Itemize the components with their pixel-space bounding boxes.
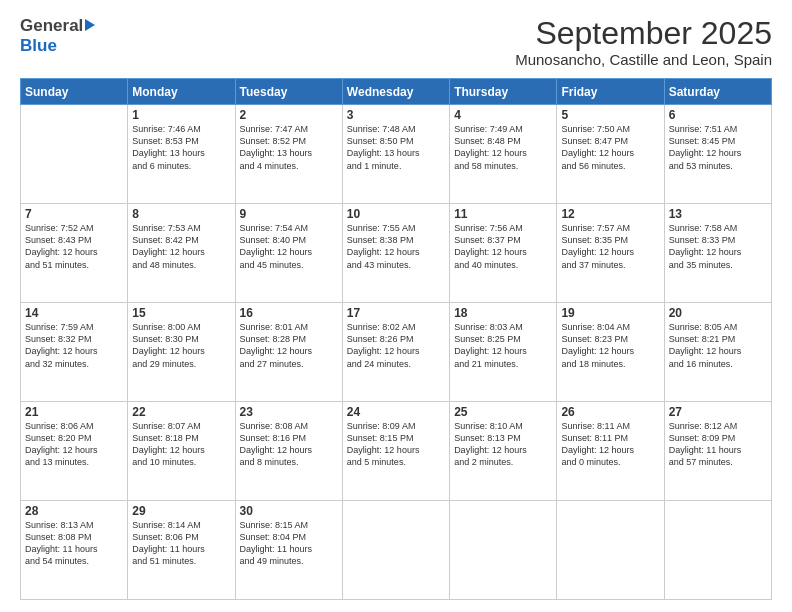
calendar-cell: 3Sunrise: 7:48 AM Sunset: 8:50 PM Daylig… bbox=[342, 105, 449, 204]
day-info: Sunrise: 7:54 AM Sunset: 8:40 PM Dayligh… bbox=[240, 222, 338, 271]
calendar-cell: 17Sunrise: 8:02 AM Sunset: 8:26 PM Dayli… bbox=[342, 303, 449, 402]
calendar-cell: 30Sunrise: 8:15 AM Sunset: 8:04 PM Dayli… bbox=[235, 501, 342, 600]
day-of-week-header: Tuesday bbox=[235, 79, 342, 105]
day-number: 28 bbox=[25, 504, 123, 518]
calendar-cell: 22Sunrise: 8:07 AM Sunset: 8:18 PM Dayli… bbox=[128, 402, 235, 501]
day-info: Sunrise: 8:01 AM Sunset: 8:28 PM Dayligh… bbox=[240, 321, 338, 370]
calendar-cell: 24Sunrise: 8:09 AM Sunset: 8:15 PM Dayli… bbox=[342, 402, 449, 501]
day-info: Sunrise: 8:04 AM Sunset: 8:23 PM Dayligh… bbox=[561, 321, 659, 370]
day-info: Sunrise: 7:50 AM Sunset: 8:47 PM Dayligh… bbox=[561, 123, 659, 172]
calendar-cell: 7Sunrise: 7:52 AM Sunset: 8:43 PM Daylig… bbox=[21, 204, 128, 303]
day-info: Sunrise: 8:14 AM Sunset: 8:06 PM Dayligh… bbox=[132, 519, 230, 568]
day-info: Sunrise: 7:51 AM Sunset: 8:45 PM Dayligh… bbox=[669, 123, 767, 172]
calendar-cell: 27Sunrise: 8:12 AM Sunset: 8:09 PM Dayli… bbox=[664, 402, 771, 501]
day-info: Sunrise: 7:48 AM Sunset: 8:50 PM Dayligh… bbox=[347, 123, 445, 172]
calendar-table: SundayMondayTuesdayWednesdayThursdayFrid… bbox=[20, 78, 772, 600]
calendar-cell: 4Sunrise: 7:49 AM Sunset: 8:48 PM Daylig… bbox=[450, 105, 557, 204]
calendar-cell: 28Sunrise: 8:13 AM Sunset: 8:08 PM Dayli… bbox=[21, 501, 128, 600]
calendar-week-row: 14Sunrise: 7:59 AM Sunset: 8:32 PM Dayli… bbox=[21, 303, 772, 402]
calendar-title: September 2025 bbox=[515, 16, 772, 51]
calendar-cell: 1Sunrise: 7:46 AM Sunset: 8:53 PM Daylig… bbox=[128, 105, 235, 204]
title-block: September 2025 Munosancho, Castille and … bbox=[515, 16, 772, 68]
day-info: Sunrise: 8:10 AM Sunset: 8:13 PM Dayligh… bbox=[454, 420, 552, 469]
calendar-cell: 12Sunrise: 7:57 AM Sunset: 8:35 PM Dayli… bbox=[557, 204, 664, 303]
day-of-week-header: Sunday bbox=[21, 79, 128, 105]
day-number: 1 bbox=[132, 108, 230, 122]
day-number: 18 bbox=[454, 306, 552, 320]
calendar-cell: 2Sunrise: 7:47 AM Sunset: 8:52 PM Daylig… bbox=[235, 105, 342, 204]
calendar-cell: 8Sunrise: 7:53 AM Sunset: 8:42 PM Daylig… bbox=[128, 204, 235, 303]
calendar-week-row: 7Sunrise: 7:52 AM Sunset: 8:43 PM Daylig… bbox=[21, 204, 772, 303]
day-number: 2 bbox=[240, 108, 338, 122]
day-number: 3 bbox=[347, 108, 445, 122]
calendar-cell bbox=[342, 501, 449, 600]
day-number: 8 bbox=[132, 207, 230, 221]
day-info: Sunrise: 8:12 AM Sunset: 8:09 PM Dayligh… bbox=[669, 420, 767, 469]
day-number: 23 bbox=[240, 405, 338, 419]
calendar-header-row: SundayMondayTuesdayWednesdayThursdayFrid… bbox=[21, 79, 772, 105]
calendar-location: Munosancho, Castille and Leon, Spain bbox=[515, 51, 772, 68]
day-of-week-header: Saturday bbox=[664, 79, 771, 105]
day-number: 17 bbox=[347, 306, 445, 320]
calendar-cell bbox=[664, 501, 771, 600]
calendar-cell: 10Sunrise: 7:55 AM Sunset: 8:38 PM Dayli… bbox=[342, 204, 449, 303]
calendar-cell: 25Sunrise: 8:10 AM Sunset: 8:13 PM Dayli… bbox=[450, 402, 557, 501]
day-info: Sunrise: 7:55 AM Sunset: 8:38 PM Dayligh… bbox=[347, 222, 445, 271]
day-info: Sunrise: 8:07 AM Sunset: 8:18 PM Dayligh… bbox=[132, 420, 230, 469]
day-number: 24 bbox=[347, 405, 445, 419]
day-of-week-header: Monday bbox=[128, 79, 235, 105]
day-number: 29 bbox=[132, 504, 230, 518]
logo-blue: Blue bbox=[20, 36, 57, 55]
calendar-cell: 18Sunrise: 8:03 AM Sunset: 8:25 PM Dayli… bbox=[450, 303, 557, 402]
day-info: Sunrise: 7:53 AM Sunset: 8:42 PM Dayligh… bbox=[132, 222, 230, 271]
calendar-cell: 15Sunrise: 8:00 AM Sunset: 8:30 PM Dayli… bbox=[128, 303, 235, 402]
calendar-cell: 16Sunrise: 8:01 AM Sunset: 8:28 PM Dayli… bbox=[235, 303, 342, 402]
day-info: Sunrise: 8:13 AM Sunset: 8:08 PM Dayligh… bbox=[25, 519, 123, 568]
day-info: Sunrise: 8:05 AM Sunset: 8:21 PM Dayligh… bbox=[669, 321, 767, 370]
day-info: Sunrise: 8:11 AM Sunset: 8:11 PM Dayligh… bbox=[561, 420, 659, 469]
day-number: 13 bbox=[669, 207, 767, 221]
day-info: Sunrise: 7:47 AM Sunset: 8:52 PM Dayligh… bbox=[240, 123, 338, 172]
day-info: Sunrise: 7:56 AM Sunset: 8:37 PM Dayligh… bbox=[454, 222, 552, 271]
day-number: 20 bbox=[669, 306, 767, 320]
calendar-cell: 19Sunrise: 8:04 AM Sunset: 8:23 PM Dayli… bbox=[557, 303, 664, 402]
day-number: 11 bbox=[454, 207, 552, 221]
day-number: 22 bbox=[132, 405, 230, 419]
calendar-cell: 13Sunrise: 7:58 AM Sunset: 8:33 PM Dayli… bbox=[664, 204, 771, 303]
day-number: 9 bbox=[240, 207, 338, 221]
day-of-week-header: Friday bbox=[557, 79, 664, 105]
calendar-cell bbox=[557, 501, 664, 600]
day-number: 14 bbox=[25, 306, 123, 320]
calendar-cell: 23Sunrise: 8:08 AM Sunset: 8:16 PM Dayli… bbox=[235, 402, 342, 501]
calendar-cell: 29Sunrise: 8:14 AM Sunset: 8:06 PM Dayli… bbox=[128, 501, 235, 600]
day-info: Sunrise: 7:59 AM Sunset: 8:32 PM Dayligh… bbox=[25, 321, 123, 370]
day-info: Sunrise: 7:57 AM Sunset: 8:35 PM Dayligh… bbox=[561, 222, 659, 271]
day-number: 21 bbox=[25, 405, 123, 419]
day-of-week-header: Wednesday bbox=[342, 79, 449, 105]
calendar-cell: 26Sunrise: 8:11 AM Sunset: 8:11 PM Dayli… bbox=[557, 402, 664, 501]
calendar-cell: 14Sunrise: 7:59 AM Sunset: 8:32 PM Dayli… bbox=[21, 303, 128, 402]
day-info: Sunrise: 8:09 AM Sunset: 8:15 PM Dayligh… bbox=[347, 420, 445, 469]
day-number: 27 bbox=[669, 405, 767, 419]
day-info: Sunrise: 7:46 AM Sunset: 8:53 PM Dayligh… bbox=[132, 123, 230, 172]
calendar-cell bbox=[21, 105, 128, 204]
calendar-cell: 6Sunrise: 7:51 AM Sunset: 8:45 PM Daylig… bbox=[664, 105, 771, 204]
day-number: 30 bbox=[240, 504, 338, 518]
day-info: Sunrise: 7:58 AM Sunset: 8:33 PM Dayligh… bbox=[669, 222, 767, 271]
calendar-cell: 5Sunrise: 7:50 AM Sunset: 8:47 PM Daylig… bbox=[557, 105, 664, 204]
day-number: 12 bbox=[561, 207, 659, 221]
day-of-week-header: Thursday bbox=[450, 79, 557, 105]
calendar-cell bbox=[450, 501, 557, 600]
day-info: Sunrise: 8:15 AM Sunset: 8:04 PM Dayligh… bbox=[240, 519, 338, 568]
day-info: Sunrise: 8:00 AM Sunset: 8:30 PM Dayligh… bbox=[132, 321, 230, 370]
calendar-cell: 20Sunrise: 8:05 AM Sunset: 8:21 PM Dayli… bbox=[664, 303, 771, 402]
calendar-cell: 9Sunrise: 7:54 AM Sunset: 8:40 PM Daylig… bbox=[235, 204, 342, 303]
logo-arrow-icon bbox=[85, 19, 95, 31]
day-number: 6 bbox=[669, 108, 767, 122]
day-info: Sunrise: 8:08 AM Sunset: 8:16 PM Dayligh… bbox=[240, 420, 338, 469]
day-number: 10 bbox=[347, 207, 445, 221]
logo: General Blue bbox=[20, 16, 95, 56]
header: General Blue September 2025 Munosancho, … bbox=[20, 16, 772, 68]
logo-general: General bbox=[20, 16, 83, 36]
day-number: 5 bbox=[561, 108, 659, 122]
